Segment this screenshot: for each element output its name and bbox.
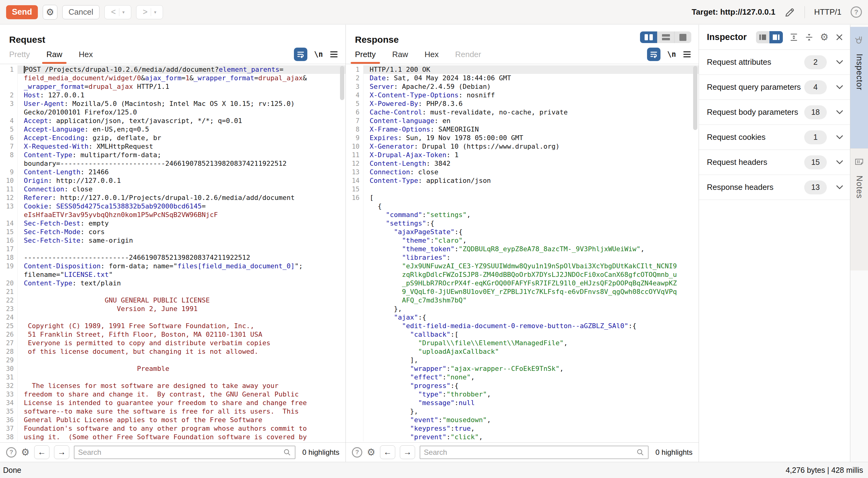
next-request-button[interactable]: > ▾ xyxy=(136,5,163,19)
request-tab-hex[interactable]: Hex xyxy=(79,50,93,64)
previous-request-button[interactable]: < ▾ xyxy=(104,5,131,19)
chevron-down-icon[interactable] xyxy=(836,60,843,64)
line-number xyxy=(346,390,364,399)
word-wrap-toggle-button[interactable] xyxy=(647,48,660,61)
active-tab-underline xyxy=(42,62,66,64)
response-tab-pretty[interactable]: Pretty xyxy=(355,50,376,64)
chevron-down-icon[interactable] xyxy=(836,135,843,140)
response-scrollbar-thumb[interactable] xyxy=(693,66,698,130)
request-code-line: 24 xyxy=(0,313,345,322)
find-next-button[interactable]: → xyxy=(400,445,415,459)
dock-right-button[interactable] xyxy=(769,31,783,43)
response-tab-hex[interactable]: Hex xyxy=(425,50,439,64)
collapse-all-icon[interactable] xyxy=(805,32,813,42)
help-icon[interactable]: ? xyxy=(352,447,362,457)
word-wrap-toggle-button[interactable] xyxy=(294,48,307,61)
line-number xyxy=(346,364,364,373)
close-icon[interactable] xyxy=(835,33,843,42)
request-code-line: eIsHfaaETVr3av95yvbqQhzn0kom1P5wPcNSqB2V… xyxy=(0,211,345,219)
line-number xyxy=(346,288,364,296)
line-number: 33 xyxy=(0,390,18,399)
side-tab-inspector[interactable]: Inspector xyxy=(850,27,868,148)
find-previous-button[interactable]: ← xyxy=(380,445,395,459)
expand-all-icon[interactable] xyxy=(789,32,798,42)
tab-label: Raw xyxy=(392,50,408,59)
dock-left-button[interactable] xyxy=(756,31,769,43)
response-code-line: "command":"settings", xyxy=(346,211,699,219)
newline-toggle-icon[interactable]: \n xyxy=(667,50,676,59)
line-text: 51 Franklin Street, Fifth Floor, Boston,… xyxy=(18,330,345,339)
response-search-input[interactable] xyxy=(424,448,637,457)
line-number: 17 xyxy=(0,245,18,253)
line-text: --------------------------24661907852139… xyxy=(18,253,345,262)
request-editor[interactable]: 1POST /Projects/drupal-10.2.6/media/add/… xyxy=(0,64,345,442)
line-text: Connection: close xyxy=(364,168,699,176)
request-search-box[interactable] xyxy=(74,446,296,459)
layout-single-button[interactable] xyxy=(674,31,691,43)
send-button[interactable]: Send xyxy=(6,5,38,19)
find-next-button[interactable]: → xyxy=(54,445,69,459)
cancel-button[interactable]: Cancel xyxy=(62,5,99,19)
line-text: Version 2, June 1991 xyxy=(18,305,345,313)
help-icon[interactable]: ? xyxy=(850,6,862,18)
line-number: 5 xyxy=(0,125,18,134)
request-code-line: 34License is intended to guarantee your … xyxy=(0,399,345,407)
send-settings-button[interactable]: ⚙ xyxy=(43,5,57,20)
side-tab-strip: Inspector Notes xyxy=(850,25,868,462)
section-count-badge: 15 xyxy=(804,155,827,170)
side-tab-notes[interactable]: Notes xyxy=(850,148,868,270)
response-editor[interactable]: 1HTTP/1.1 200 OK2Date: Sat, 04 May 2024 … xyxy=(346,64,699,442)
columns-layout-icon xyxy=(645,34,648,40)
inspector-section-request-cookies[interactable]: Request cookies1 xyxy=(699,125,850,150)
inspector-settings-gear-icon[interactable]: ⚙ xyxy=(820,32,829,42)
chevron-down-icon[interactable] xyxy=(836,110,843,115)
line-number: 1 xyxy=(346,65,364,74)
edit-target-button[interactable] xyxy=(784,7,795,18)
response-code-line: "eJx9UNFuwzAI_CE3-YZ9SUUIWdmw8Qyu1n19nSp… xyxy=(346,262,699,270)
line-text: zqRlkgDdlcFWZoISJP8-ZM40dBBQoOrbX7DYsLJ2… xyxy=(364,270,699,279)
search-icon xyxy=(283,448,291,456)
line-number: 13 xyxy=(0,202,18,211)
inspector-section-request-attributes[interactable]: Request attributes2 xyxy=(699,50,850,75)
search-settings-gear-icon[interactable]: ⚙ xyxy=(21,447,30,457)
request-panel: Request PrettyRawHex \n 1POST /Projects/… xyxy=(0,25,346,462)
line-text: filename="LICENSE.txt" xyxy=(18,270,345,279)
find-previous-button[interactable]: ← xyxy=(34,445,50,459)
newline-toggle-icon[interactable]: \n xyxy=(314,50,323,59)
search-settings-gear-icon[interactable]: ⚙ xyxy=(367,447,375,457)
inspector-section-response-headers[interactable]: Response headers13 xyxy=(699,175,850,200)
http-version-selector[interactable]: HTTP/1 xyxy=(814,7,841,17)
response-code-line: "effect":"none", xyxy=(346,373,699,382)
inspector-section-request-body-parameters[interactable]: Request body parameters18 xyxy=(699,100,850,125)
layout-rows-button[interactable] xyxy=(657,31,674,43)
response-search-box[interactable] xyxy=(420,446,649,459)
request-search-input[interactable] xyxy=(78,448,283,457)
line-number: 10 xyxy=(0,176,18,185)
section-label: Request query parameters xyxy=(707,82,804,92)
request-tab-raw[interactable]: Raw xyxy=(46,50,62,64)
line-number: 18 xyxy=(0,253,18,262)
response-tab-raw[interactable]: Raw xyxy=(392,50,408,64)
inspector-section-request-query-parameters[interactable]: Request query parameters4 xyxy=(699,75,850,100)
request-scrollbar-thumb[interactable] xyxy=(340,66,344,100)
response-code-line: "prevent":"click", xyxy=(346,433,699,441)
request-code-line: 26 51 Franklin Street, Fifth Floor, Bost… xyxy=(0,330,345,339)
layout-columns-button[interactable] xyxy=(640,31,657,43)
hamburger-menu-icon[interactable] xyxy=(683,50,691,58)
help-icon[interactable]: ? xyxy=(6,447,17,457)
line-number: 6 xyxy=(346,108,364,117)
chevron-down-icon[interactable] xyxy=(836,160,843,165)
hamburger-menu-icon[interactable] xyxy=(330,50,338,58)
chevron-down-icon[interactable] xyxy=(836,85,843,89)
inspector-section-request-headers[interactable]: Request headers15 xyxy=(699,150,850,175)
line-number: 19 xyxy=(0,262,18,270)
request-code-line: 19Content-Disposition: form-data; name="… xyxy=(0,262,345,270)
chevron-down-icon[interactable] xyxy=(836,185,843,189)
request-tab-pretty[interactable]: Pretty xyxy=(9,50,30,64)
response-code-line: 8X-Frame-Options: SAMEORIGIN xyxy=(346,125,699,134)
section-count-badge: 4 xyxy=(804,80,827,94)
line-number: 32 xyxy=(0,382,18,390)
line-text: "message":null xyxy=(364,399,699,407)
response-tab-render[interactable]: Render xyxy=(455,50,481,64)
response-code-line: 1HTTP/1.1 200 OK xyxy=(346,65,699,74)
